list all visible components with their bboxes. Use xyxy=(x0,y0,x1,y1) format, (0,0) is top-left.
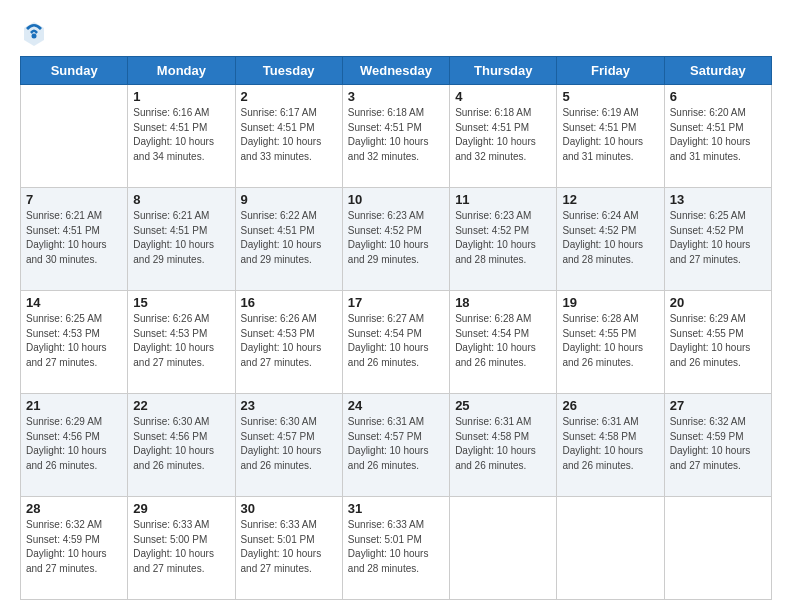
calendar-cell: 3Sunrise: 6:18 AM Sunset: 4:51 PM Daylig… xyxy=(342,85,449,188)
day-info: Sunrise: 6:31 AM Sunset: 4:57 PM Dayligh… xyxy=(348,415,444,473)
day-info: Sunrise: 6:29 AM Sunset: 4:56 PM Dayligh… xyxy=(26,415,122,473)
day-info: Sunrise: 6:24 AM Sunset: 4:52 PM Dayligh… xyxy=(562,209,658,267)
day-number: 6 xyxy=(670,89,766,104)
day-info: Sunrise: 6:18 AM Sunset: 4:51 PM Dayligh… xyxy=(455,106,551,164)
svg-point-1 xyxy=(32,34,37,39)
day-info: Sunrise: 6:25 AM Sunset: 4:53 PM Dayligh… xyxy=(26,312,122,370)
day-info: Sunrise: 6:33 AM Sunset: 5:00 PM Dayligh… xyxy=(133,518,229,576)
day-info: Sunrise: 6:23 AM Sunset: 4:52 PM Dayligh… xyxy=(348,209,444,267)
header xyxy=(20,18,772,46)
day-info: Sunrise: 6:33 AM Sunset: 5:01 PM Dayligh… xyxy=(348,518,444,576)
day-number: 23 xyxy=(241,398,337,413)
calendar-cell: 30Sunrise: 6:33 AM Sunset: 5:01 PM Dayli… xyxy=(235,497,342,600)
header-row: SundayMondayTuesdayWednesdayThursdayFrid… xyxy=(21,57,772,85)
day-info: Sunrise: 6:32 AM Sunset: 4:59 PM Dayligh… xyxy=(670,415,766,473)
calendar-cell: 7Sunrise: 6:21 AM Sunset: 4:51 PM Daylig… xyxy=(21,188,128,291)
calendar-cell: 1Sunrise: 6:16 AM Sunset: 4:51 PM Daylig… xyxy=(128,85,235,188)
calendar-cell: 31Sunrise: 6:33 AM Sunset: 5:01 PM Dayli… xyxy=(342,497,449,600)
day-info: Sunrise: 6:31 AM Sunset: 4:58 PM Dayligh… xyxy=(455,415,551,473)
calendar-cell: 24Sunrise: 6:31 AM Sunset: 4:57 PM Dayli… xyxy=(342,394,449,497)
day-number: 15 xyxy=(133,295,229,310)
day-number: 16 xyxy=(241,295,337,310)
day-info: Sunrise: 6:21 AM Sunset: 4:51 PM Dayligh… xyxy=(26,209,122,267)
day-number: 3 xyxy=(348,89,444,104)
calendar-cell: 28Sunrise: 6:32 AM Sunset: 4:59 PM Dayli… xyxy=(21,497,128,600)
day-number: 10 xyxy=(348,192,444,207)
day-info: Sunrise: 6:25 AM Sunset: 4:52 PM Dayligh… xyxy=(670,209,766,267)
day-of-week-header: Monday xyxy=(128,57,235,85)
calendar-cell: 20Sunrise: 6:29 AM Sunset: 4:55 PM Dayli… xyxy=(664,291,771,394)
day-number: 13 xyxy=(670,192,766,207)
calendar-cell: 9Sunrise: 6:22 AM Sunset: 4:51 PM Daylig… xyxy=(235,188,342,291)
day-number: 9 xyxy=(241,192,337,207)
calendar-header: SundayMondayTuesdayWednesdayThursdayFrid… xyxy=(21,57,772,85)
day-info: Sunrise: 6:33 AM Sunset: 5:01 PM Dayligh… xyxy=(241,518,337,576)
calendar-week-row: 21Sunrise: 6:29 AM Sunset: 4:56 PM Dayli… xyxy=(21,394,772,497)
day-number: 19 xyxy=(562,295,658,310)
day-info: Sunrise: 6:29 AM Sunset: 4:55 PM Dayligh… xyxy=(670,312,766,370)
calendar-cell: 5Sunrise: 6:19 AM Sunset: 4:51 PM Daylig… xyxy=(557,85,664,188)
calendar-cell: 11Sunrise: 6:23 AM Sunset: 4:52 PM Dayli… xyxy=(450,188,557,291)
calendar-cell xyxy=(21,85,128,188)
day-number: 2 xyxy=(241,89,337,104)
day-info: Sunrise: 6:30 AM Sunset: 4:56 PM Dayligh… xyxy=(133,415,229,473)
day-number: 14 xyxy=(26,295,122,310)
day-number: 30 xyxy=(241,501,337,516)
day-info: Sunrise: 6:31 AM Sunset: 4:58 PM Dayligh… xyxy=(562,415,658,473)
day-info: Sunrise: 6:21 AM Sunset: 4:51 PM Dayligh… xyxy=(133,209,229,267)
calendar-cell: 12Sunrise: 6:24 AM Sunset: 4:52 PM Dayli… xyxy=(557,188,664,291)
day-info: Sunrise: 6:28 AM Sunset: 4:54 PM Dayligh… xyxy=(455,312,551,370)
day-number: 27 xyxy=(670,398,766,413)
calendar-cell: 27Sunrise: 6:32 AM Sunset: 4:59 PM Dayli… xyxy=(664,394,771,497)
calendar-cell: 26Sunrise: 6:31 AM Sunset: 4:58 PM Dayli… xyxy=(557,394,664,497)
day-number: 20 xyxy=(670,295,766,310)
day-number: 1 xyxy=(133,89,229,104)
calendar-cell: 17Sunrise: 6:27 AM Sunset: 4:54 PM Dayli… xyxy=(342,291,449,394)
calendar-cell: 6Sunrise: 6:20 AM Sunset: 4:51 PM Daylig… xyxy=(664,85,771,188)
day-number: 31 xyxy=(348,501,444,516)
calendar-cell: 18Sunrise: 6:28 AM Sunset: 4:54 PM Dayli… xyxy=(450,291,557,394)
day-number: 24 xyxy=(348,398,444,413)
page: SundayMondayTuesdayWednesdayThursdayFrid… xyxy=(0,0,792,612)
calendar-cell: 22Sunrise: 6:30 AM Sunset: 4:56 PM Dayli… xyxy=(128,394,235,497)
day-of-week-header: Thursday xyxy=(450,57,557,85)
calendar-cell: 23Sunrise: 6:30 AM Sunset: 4:57 PM Dayli… xyxy=(235,394,342,497)
day-number: 29 xyxy=(133,501,229,516)
day-number: 25 xyxy=(455,398,551,413)
calendar-cell: 4Sunrise: 6:18 AM Sunset: 4:51 PM Daylig… xyxy=(450,85,557,188)
day-info: Sunrise: 6:30 AM Sunset: 4:57 PM Dayligh… xyxy=(241,415,337,473)
calendar-cell: 10Sunrise: 6:23 AM Sunset: 4:52 PM Dayli… xyxy=(342,188,449,291)
calendar-body: 1Sunrise: 6:16 AM Sunset: 4:51 PM Daylig… xyxy=(21,85,772,600)
calendar-cell: 29Sunrise: 6:33 AM Sunset: 5:00 PM Dayli… xyxy=(128,497,235,600)
calendar-cell xyxy=(664,497,771,600)
day-info: Sunrise: 6:32 AM Sunset: 4:59 PM Dayligh… xyxy=(26,518,122,576)
day-info: Sunrise: 6:26 AM Sunset: 4:53 PM Dayligh… xyxy=(133,312,229,370)
calendar-cell: 15Sunrise: 6:26 AM Sunset: 4:53 PM Dayli… xyxy=(128,291,235,394)
day-info: Sunrise: 6:23 AM Sunset: 4:52 PM Dayligh… xyxy=(455,209,551,267)
calendar-cell: 2Sunrise: 6:17 AM Sunset: 4:51 PM Daylig… xyxy=(235,85,342,188)
day-info: Sunrise: 6:26 AM Sunset: 4:53 PM Dayligh… xyxy=(241,312,337,370)
day-of-week-header: Tuesday xyxy=(235,57,342,85)
calendar-cell: 19Sunrise: 6:28 AM Sunset: 4:55 PM Dayli… xyxy=(557,291,664,394)
day-number: 26 xyxy=(562,398,658,413)
day-number: 8 xyxy=(133,192,229,207)
day-of-week-header: Friday xyxy=(557,57,664,85)
calendar-cell: 8Sunrise: 6:21 AM Sunset: 4:51 PM Daylig… xyxy=(128,188,235,291)
day-info: Sunrise: 6:19 AM Sunset: 4:51 PM Dayligh… xyxy=(562,106,658,164)
day-info: Sunrise: 6:22 AM Sunset: 4:51 PM Dayligh… xyxy=(241,209,337,267)
day-number: 28 xyxy=(26,501,122,516)
day-of-week-header: Sunday xyxy=(21,57,128,85)
day-info: Sunrise: 6:16 AM Sunset: 4:51 PM Dayligh… xyxy=(133,106,229,164)
day-number: 11 xyxy=(455,192,551,207)
day-number: 21 xyxy=(26,398,122,413)
day-number: 12 xyxy=(562,192,658,207)
calendar-cell: 16Sunrise: 6:26 AM Sunset: 4:53 PM Dayli… xyxy=(235,291,342,394)
logo-icon xyxy=(20,18,48,46)
calendar-cell: 21Sunrise: 6:29 AM Sunset: 4:56 PM Dayli… xyxy=(21,394,128,497)
calendar-cell: 14Sunrise: 6:25 AM Sunset: 4:53 PM Dayli… xyxy=(21,291,128,394)
logo xyxy=(20,18,52,46)
day-info: Sunrise: 6:17 AM Sunset: 4:51 PM Dayligh… xyxy=(241,106,337,164)
day-number: 5 xyxy=(562,89,658,104)
calendar-cell xyxy=(450,497,557,600)
day-info: Sunrise: 6:28 AM Sunset: 4:55 PM Dayligh… xyxy=(562,312,658,370)
